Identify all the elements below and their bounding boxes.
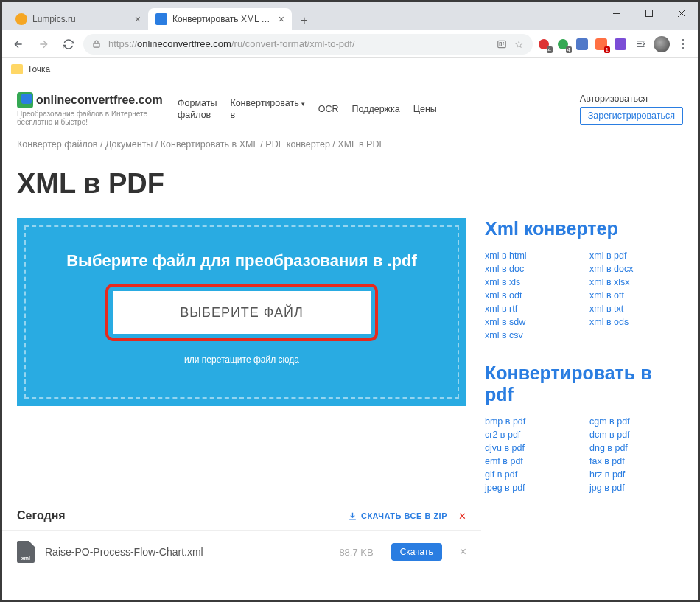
file-name: Raise-PO-Process-Flow-Chart.xml: [45, 546, 329, 558]
sidebar-link[interactable]: jpg в pdf: [589, 483, 683, 493]
svg-rect-0: [613, 13, 620, 14]
download-all-zip-button[interactable]: СКАЧАТЬ ВСЕ В ZIP: [348, 511, 447, 521]
register-button[interactable]: Зарегистрироваться: [580, 107, 683, 125]
extension-icon[interactable]: 1: [595, 38, 608, 51]
site-logo-icon: [17, 92, 33, 108]
bookmark-star-icon[interactable]: ☆: [514, 38, 524, 50]
chevron-down-icon: ▾: [301, 100, 305, 108]
today-label: Сегодня: [17, 509, 66, 522]
file-icon: xml: [17, 541, 35, 563]
svg-rect-1: [646, 10, 653, 17]
dropzone-hint: или перетащите файл сюда: [184, 354, 299, 365]
download-file-button[interactable]: Скачать: [391, 543, 442, 561]
sidebar-link[interactable]: xml в sdw: [485, 317, 578, 327]
site-tagline: Преобразование файлов в Интернете беспла…: [17, 110, 164, 126]
extension-icon[interactable]: 4: [537, 38, 550, 51]
site-header: onlineconvertfree.com Преобразование фай…: [2, 80, 698, 132]
toolbar-notes-icon[interactable]: [631, 35, 649, 53]
file-size: 88.7 KB: [339, 547, 373, 558]
sidebar-link[interactable]: dcm в pdf: [589, 430, 683, 440]
sidebar-link[interactable]: xml в odt: [485, 290, 578, 301]
reader-icon[interactable]: [497, 39, 507, 49]
sidebar-link[interactable]: fax в pdf: [589, 456, 683, 466]
login-link[interactable]: Авторизоваться: [580, 94, 683, 104]
new-tab-button[interactable]: +: [295, 11, 314, 30]
sidebar-link[interactable]: cr2 в pdf: [485, 430, 578, 440]
dropzone[interactable]: Выберите файл для преобразования в .pdf …: [17, 218, 466, 406]
breadcrumb: Конвертер файлов / Документы / Конвертир…: [2, 132, 698, 157]
crumb-current: XML в PDF: [337, 139, 385, 150]
svg-rect-4: [94, 43, 99, 47]
sidebar-link[interactable]: gif в pdf: [485, 469, 578, 480]
window-minimize-button[interactable]: [601, 2, 633, 24]
forward-button[interactable]: [33, 34, 54, 55]
bookmark-item[interactable]: Точка: [27, 64, 50, 74]
file-row: xml Raise-PO-Process-Flow-Chart.xml 88.7…: [2, 530, 481, 573]
sidebar-link[interactable]: xml в html: [485, 251, 578, 261]
browser-tab-lumpics[interactable]: Lumpics.ru ×: [8, 8, 148, 30]
sidebar-link[interactable]: xml в xls: [485, 277, 578, 287]
sidebar-pdf-title: Конвертировать в pdf: [485, 363, 683, 405]
dropzone-title: Выберите файл для преобразования в .pdf: [66, 251, 417, 270]
page-title: XML в PDF: [2, 157, 698, 218]
svg-rect-11: [576, 38, 588, 50]
extension-icon[interactable]: 4: [556, 38, 570, 51]
browser-menu-button[interactable]: ⋮: [674, 35, 692, 53]
tab-close-icon[interactable]: ×: [135, 13, 141, 25]
window-close-button[interactable]: [665, 2, 698, 24]
sidebar-link[interactable]: xml в ott: [589, 290, 683, 301]
sidebar-link[interactable]: jpeg в pdf: [485, 483, 578, 493]
sidebar-link[interactable]: djvu в pdf: [485, 443, 578, 453]
sidebar-link[interactable]: emf в pdf: [485, 456, 578, 466]
folder-icon: [11, 64, 23, 74]
sidebar-link[interactable]: cgm в pdf: [589, 416, 683, 427]
svg-rect-13: [615, 38, 626, 50]
crumb-link[interactable]: PDF конвертер: [265, 139, 330, 150]
bookmark-bar: Точка: [2, 58, 698, 80]
sidebar-link[interactable]: xml в xlsx: [589, 277, 683, 287]
browser-tab-convert[interactable]: Конвертировать XML в PDF онл ×: [148, 8, 292, 30]
back-button[interactable]: [8, 34, 29, 55]
site-logo-text[interactable]: onlineconvertfree.com: [36, 94, 163, 107]
sidebar-link[interactable]: bmp в pdf: [485, 416, 578, 427]
nav-support[interactable]: Поддержка: [351, 104, 399, 114]
extension-icon[interactable]: [575, 38, 589, 51]
crumb-link[interactable]: Документы: [105, 139, 153, 150]
tab-close-icon[interactable]: ×: [279, 13, 284, 25]
sidebar-link[interactable]: xml в docx: [589, 264, 683, 274]
choose-file-button[interactable]: ВЫБЕРИТЕ ФАЙЛ: [113, 291, 371, 334]
profile-avatar[interactable]: [654, 36, 670, 52]
lock-icon: [92, 39, 101, 49]
nav-prices[interactable]: Цены: [413, 104, 437, 114]
remove-file-button[interactable]: ×: [460, 545, 466, 559]
sidebar-link[interactable]: xml в txt: [589, 304, 683, 314]
delete-all-button[interactable]: ✕: [458, 511, 466, 522]
favicon-icon: [15, 13, 27, 25]
sidebar-link[interactable]: xml в rtf: [485, 304, 578, 314]
sidebar-link[interactable]: hrz в pdf: [589, 469, 683, 480]
sidebar-link[interactable]: xml в csv: [485, 330, 578, 340]
highlight-box: ВЫБЕРИТЕ ФАЙЛ: [105, 284, 378, 341]
url-text: https://onlineconvertfree.com/ru/convert…: [108, 38, 489, 49]
nav-ocr[interactable]: OCR: [318, 104, 339, 114]
svg-rect-6: [500, 42, 501, 46]
browser-toolbar: https://onlineconvertfree.com/ru/convert…: [2, 30, 698, 58]
download-icon: [348, 511, 357, 521]
crumb-link[interactable]: Конвертировать в XML: [161, 139, 258, 150]
reload-button[interactable]: [58, 34, 79, 55]
sidebar-link[interactable]: dng в pdf: [589, 443, 683, 453]
sidebar-link[interactable]: xml в doc: [485, 264, 578, 274]
nav-convert[interactable]: Конвертировать▾ в: [230, 97, 304, 122]
tab-title: Lumpics.ru: [32, 14, 130, 24]
address-bar[interactable]: https://onlineconvertfree.com/ru/convert…: [83, 34, 533, 55]
browser-titlebar: Lumpics.ru × Конвертировать XML в PDF он…: [2, 2, 698, 30]
window-maximize-button[interactable]: [633, 2, 665, 24]
extension-icon[interactable]: [614, 38, 627, 51]
favicon-icon: [155, 13, 167, 25]
page-content: onlineconvertfree.com Преобразование фай…: [2, 80, 698, 600]
sidebar-link[interactable]: xml в ods: [589, 317, 683, 327]
crumb-link[interactable]: Конвертер файлов: [17, 139, 97, 150]
tab-title: Конвертировать XML в PDF онл: [172, 14, 273, 24]
sidebar-link[interactable]: xml в pdf: [589, 251, 683, 261]
nav-formats[interactable]: Форматыфайлов: [178, 97, 217, 122]
